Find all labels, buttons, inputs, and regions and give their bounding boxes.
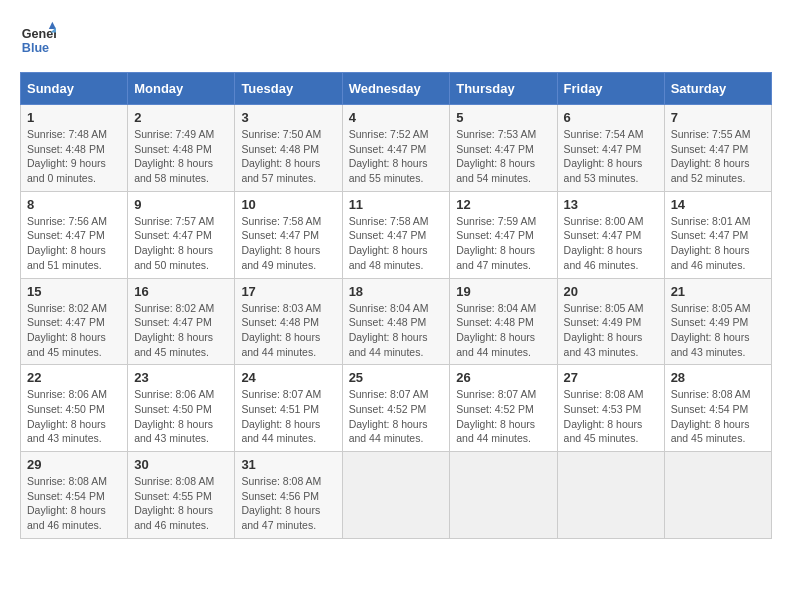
day-number: 12 [456, 197, 550, 212]
calendar-day-cell: 22Sunrise: 8:06 AMSunset: 4:50 PMDayligh… [21, 365, 128, 452]
day-of-week-header: Friday [557, 73, 664, 105]
calendar-header-row: SundayMondayTuesdayWednesdayThursdayFrid… [21, 73, 772, 105]
day-number: 7 [671, 110, 765, 125]
calendar-day-cell: 30Sunrise: 8:08 AMSunset: 4:55 PMDayligh… [128, 452, 235, 539]
day-detail: Sunrise: 7:52 AMSunset: 4:47 PMDaylight:… [349, 127, 444, 186]
day-detail: Sunrise: 8:07 AMSunset: 4:52 PMDaylight:… [456, 387, 550, 446]
page-header: General Blue [20, 20, 772, 56]
day-detail: Sunrise: 8:02 AMSunset: 4:47 PMDaylight:… [27, 301, 121, 360]
day-detail: Sunrise: 8:04 AMSunset: 4:48 PMDaylight:… [349, 301, 444, 360]
day-detail: Sunrise: 7:58 AMSunset: 4:47 PMDaylight:… [241, 214, 335, 273]
calendar-day-cell: 23Sunrise: 8:06 AMSunset: 4:50 PMDayligh… [128, 365, 235, 452]
day-number: 8 [27, 197, 121, 212]
day-number: 11 [349, 197, 444, 212]
calendar-week-row: 22Sunrise: 8:06 AMSunset: 4:50 PMDayligh… [21, 365, 772, 452]
calendar-day-cell [557, 452, 664, 539]
day-detail: Sunrise: 8:04 AMSunset: 4:48 PMDaylight:… [456, 301, 550, 360]
day-number: 10 [241, 197, 335, 212]
svg-text:General: General [22, 27, 56, 41]
day-of-week-header: Saturday [664, 73, 771, 105]
day-number: 9 [134, 197, 228, 212]
day-detail: Sunrise: 7:48 AMSunset: 4:48 PMDaylight:… [27, 127, 121, 186]
day-number: 31 [241, 457, 335, 472]
day-number: 28 [671, 370, 765, 385]
calendar-day-cell: 14Sunrise: 8:01 AMSunset: 4:47 PMDayligh… [664, 191, 771, 278]
day-detail: Sunrise: 8:02 AMSunset: 4:47 PMDaylight:… [134, 301, 228, 360]
calendar-day-cell: 7Sunrise: 7:55 AMSunset: 4:47 PMDaylight… [664, 105, 771, 192]
day-number: 23 [134, 370, 228, 385]
day-detail: Sunrise: 7:59 AMSunset: 4:47 PMDaylight:… [456, 214, 550, 273]
day-number: 26 [456, 370, 550, 385]
calendar-day-cell: 11Sunrise: 7:58 AMSunset: 4:47 PMDayligh… [342, 191, 450, 278]
calendar-day-cell: 1Sunrise: 7:48 AMSunset: 4:48 PMDaylight… [21, 105, 128, 192]
day-number: 17 [241, 284, 335, 299]
day-detail: Sunrise: 7:58 AMSunset: 4:47 PMDaylight:… [349, 214, 444, 273]
calendar-day-cell [342, 452, 450, 539]
day-number: 20 [564, 284, 658, 299]
day-detail: Sunrise: 8:07 AMSunset: 4:51 PMDaylight:… [241, 387, 335, 446]
calendar-day-cell: 13Sunrise: 8:00 AMSunset: 4:47 PMDayligh… [557, 191, 664, 278]
calendar-day-cell: 16Sunrise: 8:02 AMSunset: 4:47 PMDayligh… [128, 278, 235, 365]
calendar-day-cell: 19Sunrise: 8:04 AMSunset: 4:48 PMDayligh… [450, 278, 557, 365]
day-number: 13 [564, 197, 658, 212]
calendar-day-cell: 6Sunrise: 7:54 AMSunset: 4:47 PMDaylight… [557, 105, 664, 192]
day-detail: Sunrise: 7:53 AMSunset: 4:47 PMDaylight:… [456, 127, 550, 186]
calendar-day-cell [664, 452, 771, 539]
day-detail: Sunrise: 8:08 AMSunset: 4:56 PMDaylight:… [241, 474, 335, 533]
day-detail: Sunrise: 8:06 AMSunset: 4:50 PMDaylight:… [134, 387, 228, 446]
calendar-day-cell [450, 452, 557, 539]
day-number: 24 [241, 370, 335, 385]
day-detail: Sunrise: 7:56 AMSunset: 4:47 PMDaylight:… [27, 214, 121, 273]
calendar-week-row: 1Sunrise: 7:48 AMSunset: 4:48 PMDaylight… [21, 105, 772, 192]
day-number: 29 [27, 457, 121, 472]
day-detail: Sunrise: 7:49 AMSunset: 4:48 PMDaylight:… [134, 127, 228, 186]
day-number: 25 [349, 370, 444, 385]
svg-marker-2 [49, 22, 56, 29]
day-detail: Sunrise: 7:57 AMSunset: 4:47 PMDaylight:… [134, 214, 228, 273]
calendar-day-cell: 2Sunrise: 7:49 AMSunset: 4:48 PMDaylight… [128, 105, 235, 192]
calendar-day-cell: 24Sunrise: 8:07 AMSunset: 4:51 PMDayligh… [235, 365, 342, 452]
day-number: 1 [27, 110, 121, 125]
day-of-week-header: Thursday [450, 73, 557, 105]
day-of-week-header: Wednesday [342, 73, 450, 105]
day-number: 4 [349, 110, 444, 125]
logo: General Blue [20, 20, 60, 56]
day-detail: Sunrise: 8:07 AMSunset: 4:52 PMDaylight:… [349, 387, 444, 446]
calendar-day-cell: 21Sunrise: 8:05 AMSunset: 4:49 PMDayligh… [664, 278, 771, 365]
day-number: 19 [456, 284, 550, 299]
day-number: 6 [564, 110, 658, 125]
day-detail: Sunrise: 8:08 AMSunset: 4:54 PMDaylight:… [27, 474, 121, 533]
day-of-week-header: Monday [128, 73, 235, 105]
day-detail: Sunrise: 7:54 AMSunset: 4:47 PMDaylight:… [564, 127, 658, 186]
calendar-week-row: 8Sunrise: 7:56 AMSunset: 4:47 PMDaylight… [21, 191, 772, 278]
calendar-day-cell: 28Sunrise: 8:08 AMSunset: 4:54 PMDayligh… [664, 365, 771, 452]
calendar-day-cell: 26Sunrise: 8:07 AMSunset: 4:52 PMDayligh… [450, 365, 557, 452]
day-detail: Sunrise: 8:05 AMSunset: 4:49 PMDaylight:… [671, 301, 765, 360]
calendar-day-cell: 17Sunrise: 8:03 AMSunset: 4:48 PMDayligh… [235, 278, 342, 365]
calendar-day-cell: 4Sunrise: 7:52 AMSunset: 4:47 PMDaylight… [342, 105, 450, 192]
day-number: 15 [27, 284, 121, 299]
day-number: 5 [456, 110, 550, 125]
day-detail: Sunrise: 8:08 AMSunset: 4:53 PMDaylight:… [564, 387, 658, 446]
day-number: 16 [134, 284, 228, 299]
day-detail: Sunrise: 8:01 AMSunset: 4:47 PMDaylight:… [671, 214, 765, 273]
day-number: 27 [564, 370, 658, 385]
logo-icon: General Blue [20, 20, 56, 56]
day-detail: Sunrise: 8:03 AMSunset: 4:48 PMDaylight:… [241, 301, 335, 360]
svg-text:Blue: Blue [22, 41, 49, 55]
calendar-day-cell: 3Sunrise: 7:50 AMSunset: 4:48 PMDaylight… [235, 105, 342, 192]
day-number: 3 [241, 110, 335, 125]
day-detail: Sunrise: 7:50 AMSunset: 4:48 PMDaylight:… [241, 127, 335, 186]
day-detail: Sunrise: 8:05 AMSunset: 4:49 PMDaylight:… [564, 301, 658, 360]
day-number: 21 [671, 284, 765, 299]
calendar-week-row: 15Sunrise: 8:02 AMSunset: 4:47 PMDayligh… [21, 278, 772, 365]
calendar-day-cell: 10Sunrise: 7:58 AMSunset: 4:47 PMDayligh… [235, 191, 342, 278]
day-number: 22 [27, 370, 121, 385]
day-detail: Sunrise: 8:00 AMSunset: 4:47 PMDaylight:… [564, 214, 658, 273]
calendar-day-cell: 8Sunrise: 7:56 AMSunset: 4:47 PMDaylight… [21, 191, 128, 278]
day-detail: Sunrise: 8:06 AMSunset: 4:50 PMDaylight:… [27, 387, 121, 446]
calendar-table: SundayMondayTuesdayWednesdayThursdayFrid… [20, 72, 772, 539]
calendar-day-cell: 18Sunrise: 8:04 AMSunset: 4:48 PMDayligh… [342, 278, 450, 365]
day-number: 2 [134, 110, 228, 125]
day-of-week-header: Tuesday [235, 73, 342, 105]
